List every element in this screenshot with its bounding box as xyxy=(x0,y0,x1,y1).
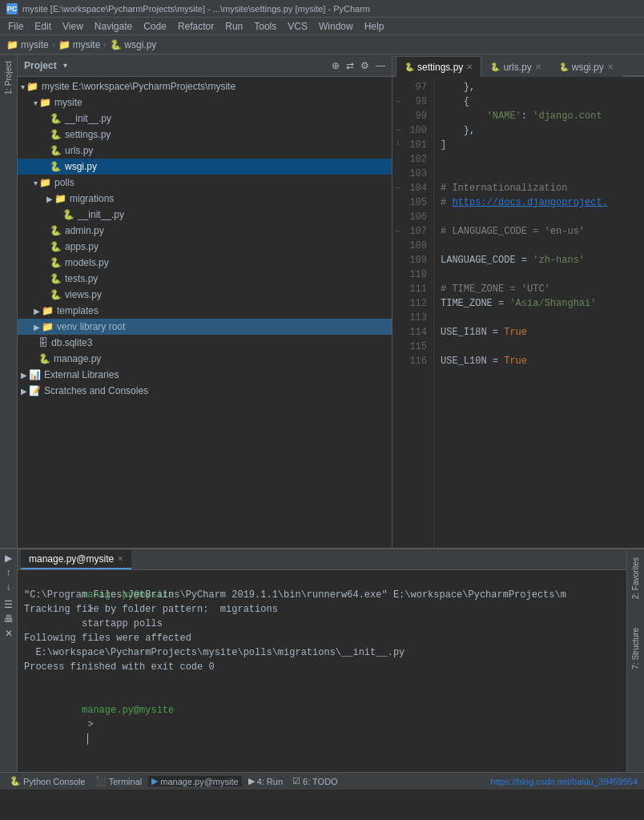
status-manage[interactable]: ▶ manage.py@mysite xyxy=(148,776,241,786)
tree-item-polls[interactable]: ▾ 📁 polls xyxy=(18,175,392,191)
line-num-105: 105 xyxy=(409,195,427,210)
fold-icon-98: — xyxy=(396,94,400,109)
print-icon[interactable]: 🖶 xyxy=(4,613,14,625)
project-action-locate[interactable]: ⊕ xyxy=(332,60,340,71)
terminal-line-6: E:\workspace\PycharmProjects\mysite\poll… xyxy=(24,645,620,660)
tree-item-urls[interactable]: 🐍 urls.py xyxy=(18,143,392,159)
tree-label-views: views.py xyxy=(65,289,102,300)
close-panel-icon[interactable]: ✕ xyxy=(5,628,13,639)
py-file-icon: 🐍 xyxy=(50,145,62,156)
tab-label-urls: urls.py xyxy=(503,62,531,73)
menu-run[interactable]: Run xyxy=(220,19,248,34)
code-line-106 xyxy=(441,210,638,224)
arrow-icon: ▾ xyxy=(34,98,38,107)
breadcrumb-mysite[interactable]: 📁 mysite xyxy=(6,39,49,50)
menu-edit[interactable]: Edit xyxy=(30,19,56,34)
breadcrumb-wsgi[interactable]: 🐍 wsgi.py xyxy=(110,39,156,50)
menu-refactor[interactable]: Refactor xyxy=(173,19,219,34)
arrow-icon: ▶ xyxy=(46,195,53,203)
up-arrow-icon[interactable]: ↑ xyxy=(6,567,11,578)
tab-settings[interactable]: 🐍 settings.py ✕ xyxy=(396,56,481,77)
tree-item-tests[interactable]: 🐍 tests.py xyxy=(18,271,392,287)
fold-icon-100: — xyxy=(396,123,400,138)
tree-item-views[interactable]: 🐍 views.py xyxy=(18,287,392,303)
tree-label-manage: manage.py xyxy=(54,353,101,364)
editor-panel: 🐍 settings.py ✕ 🐍 urls.py ✕ 🐍 wsgi.py ✕ … xyxy=(392,54,644,548)
tree-item-scratches[interactable]: ▶ 📝 Scratches and Consoles xyxy=(18,383,392,399)
terminal-output[interactable]: manage.py@mysite > startapp polls "C:\Pr… xyxy=(18,570,626,772)
folder-icon: 📁 xyxy=(26,81,38,92)
code-line-102 xyxy=(441,152,638,167)
tab-wsgi[interactable]: 🐍 wsgi.py ✕ xyxy=(550,56,622,77)
status-run[interactable]: ▶ 4: Run xyxy=(245,776,286,786)
tree-item-wsgi[interactable]: 🐍 wsgi.py xyxy=(18,159,392,175)
status-terminal[interactable]: ⬛ Terminal xyxy=(92,776,146,786)
code-line-103 xyxy=(441,167,638,181)
project-action-settings[interactable]: ⚙ xyxy=(360,60,369,71)
menu-code[interactable]: Code xyxy=(139,19,171,34)
menu-navigate[interactable]: Navigate xyxy=(90,19,137,34)
py-file-icon: 🐍 xyxy=(50,241,62,252)
tree-item-migrations[interactable]: ▶ 📁 migrations xyxy=(18,191,392,207)
menu-view[interactable]: View xyxy=(58,19,88,34)
menu-help[interactable]: Help xyxy=(360,19,389,34)
terminal-line-1: manage.py@mysite > startapp polls xyxy=(24,573,620,588)
project-action-scroll[interactable]: ⇄ xyxy=(346,60,354,71)
tree-item-mysite[interactable]: ▾ 📁 mysite xyxy=(18,94,392,111)
menu-window[interactable]: Window xyxy=(314,19,358,34)
structure-tab[interactable]: 7: Structure xyxy=(630,623,642,674)
run-icon[interactable]: ▶ xyxy=(5,553,12,564)
run-icon-status: ▶ xyxy=(248,776,255,786)
filter-icon[interactable]: ☰ xyxy=(4,599,13,610)
tree-item-manage[interactable]: 🐍 manage.py xyxy=(18,351,392,367)
status-python-console[interactable]: 🐍 Python Console xyxy=(6,776,89,786)
folder-icon: 📁 xyxy=(42,321,54,332)
tree-item-ext-libs[interactable]: ▶ 📊 External Libraries xyxy=(18,367,392,383)
tab-close-wsgi[interactable]: ✕ xyxy=(607,62,614,71)
tab-urls[interactable]: 🐍 urls.py ✕ xyxy=(481,56,549,77)
tree-item-db[interactable]: 🗄 db.sqlite3 xyxy=(18,335,392,351)
project-dropdown-arrow[interactable]: ▾ xyxy=(63,61,67,70)
code-line-100: }, xyxy=(441,123,638,138)
tree-item-admin[interactable]: 🐍 admin.py xyxy=(18,223,392,239)
prompt-arrow-2: > xyxy=(82,719,99,730)
menu-tools[interactable]: Tools xyxy=(249,19,281,34)
favorites-tab[interactable]: 2: Favorites xyxy=(630,553,642,604)
tree-item-init2[interactable]: 🐍 __init__.py xyxy=(18,207,392,223)
py-file-icon: 🐍 xyxy=(50,289,62,300)
tab-close-urls[interactable]: ✕ xyxy=(535,62,541,71)
code-editor[interactable]: }, { 'NAME': 'django.cont }, ] # Interna… xyxy=(434,77,644,548)
tree-label-templates: templates xyxy=(57,305,99,316)
status-url[interactable]: https://blog.csdn.net/baidu_39459954 xyxy=(491,777,638,786)
py-file-icon: 🐍 xyxy=(50,257,62,268)
tree-label-scratches: Scratches and Consoles xyxy=(44,385,148,396)
tree-item-apps[interactable]: 🐍 apps.py xyxy=(18,239,392,255)
tree-item-templates[interactable]: ▶ 📁 templates xyxy=(18,303,392,319)
tree-item-mysite-root[interactable]: ▾ 📁 mysite E:\workspace\PycharmProjects\… xyxy=(18,78,392,94)
tree-item-models[interactable]: 🐍 models.py xyxy=(18,255,392,271)
tree-label-init2: __init__.py xyxy=(78,209,124,220)
tab-close-settings[interactable]: ✕ xyxy=(466,62,473,71)
down-arrow-icon[interactable]: ↓ xyxy=(6,581,11,593)
code-line-114: USE_I18N = True xyxy=(441,325,638,340)
tree-item-init1[interactable]: 🐍 __init__.py xyxy=(18,111,392,127)
title-bar: PC mysite [E:\workspace\PycharmProjects\… xyxy=(0,0,644,18)
line-num-103: 103 xyxy=(409,167,427,181)
py-file-icon: 🐍 xyxy=(38,353,50,364)
tree-item-venv[interactable]: ▶ 📁 venv library root xyxy=(18,319,392,335)
menu-file[interactable]: File xyxy=(3,19,28,34)
folder-icon: 📁 xyxy=(39,97,51,108)
project-action-minimize[interactable]: — xyxy=(376,60,385,71)
settings-file-icon: 🐍 xyxy=(405,62,414,71)
tree-item-settings[interactable]: 🐍 settings.py xyxy=(18,127,392,143)
code-line-99: 'NAME': 'django.cont xyxy=(441,109,638,123)
tab-manage-terminal[interactable]: manage.py@mysite ✕ xyxy=(21,550,131,569)
tab-close-terminal[interactable]: ✕ xyxy=(117,554,123,563)
breadcrumb-mysite2[interactable]: 📁 mysite xyxy=(58,39,101,50)
bottom-tabs-bar: manage.py@mysite ✕ xyxy=(18,549,626,570)
py-icon: 🐍 xyxy=(110,39,122,50)
menu-vcs[interactable]: VCS xyxy=(283,19,312,34)
sidebar-tab-project[interactable]: 1: Project xyxy=(2,56,14,99)
tree-label-ext-libs: External Libraries xyxy=(44,369,119,380)
status-todo[interactable]: ☑ 6: TODO xyxy=(289,776,341,786)
